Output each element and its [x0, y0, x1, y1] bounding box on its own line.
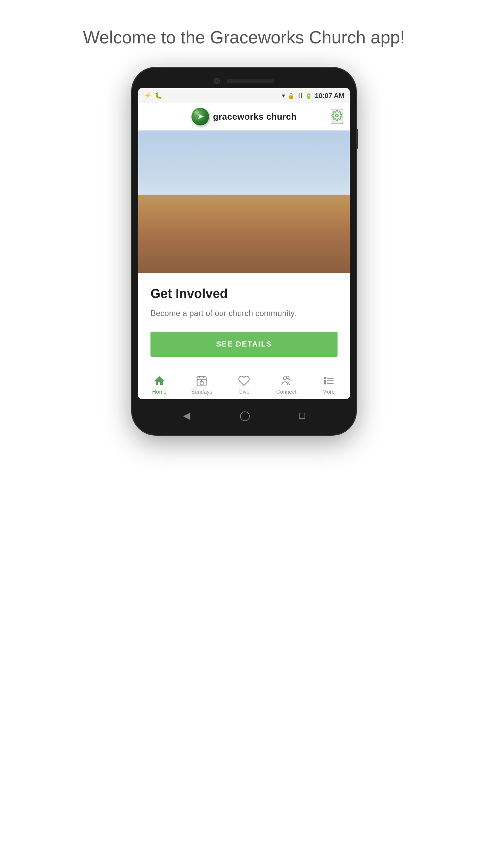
earpiece-speaker: [227, 79, 274, 83]
logo-container: ➤ graceworks church: [191, 108, 297, 125]
signal-icon: |||: [297, 93, 302, 99]
nav-label-more: More: [322, 389, 334, 395]
phone-hardware-buttons: ◀ ◯ □: [138, 403, 350, 425]
nav-item-home[interactable]: Home: [138, 369, 181, 399]
status-right-icons: ▾ 🔒 ||| 🔋 10:07 AM: [282, 92, 344, 100]
svg-point-18: [287, 376, 289, 379]
svg-point-17: [283, 377, 286, 380]
volume-button: [356, 129, 358, 149]
svg-point-0: [336, 114, 338, 117]
more-icon: [323, 375, 335, 387]
app-logo-sphere: ➤: [191, 108, 209, 125]
card-description: Become a part of our church community.: [150, 307, 338, 319]
svg-point-23: [324, 382, 326, 384]
logo-arrow-icon: ➤: [197, 112, 203, 121]
lock-icon: 🔒: [288, 93, 294, 99]
nav-label-give: Give: [239, 389, 250, 395]
see-details-button[interactable]: SEE DETAILS: [150, 332, 338, 357]
home-icon: [153, 375, 165, 387]
home-button[interactable]: ◯: [240, 410, 250, 421]
warm-background: [138, 195, 350, 273]
back-button[interactable]: ◀: [183, 410, 190, 421]
usb-icon: ⚡: [144, 92, 151, 99]
debug-icon: 🐛: [155, 92, 162, 99]
nav-label-home: Home: [152, 389, 167, 395]
status-bar: ⚡ 🐛 ▾ 🔒 ||| 🔋 10:07 AM: [138, 88, 350, 103]
front-camera: [214, 78, 220, 84]
phone-top: [138, 78, 350, 84]
battery-icon: 🔋: [305, 93, 312, 99]
svg-point-19: [324, 377, 326, 379]
wifi-icon: ▾: [282, 92, 285, 99]
settings-button[interactable]: [331, 110, 343, 124]
give-icon: [238, 375, 250, 387]
nav-label-sundays: Sundays: [191, 389, 212, 395]
nav-item-more[interactable]: More: [307, 369, 350, 399]
nav-item-connect[interactable]: Connect: [265, 369, 307, 399]
svg-rect-15: [200, 381, 203, 385]
bottom-navigation: Home Sundays Giv: [138, 369, 350, 399]
phone-screen: ⚡ 🐛 ▾ 🔒 ||| 🔋 10:07 AM ➤ graceworks chur…: [138, 88, 350, 399]
nav-label-connect: Connect: [276, 389, 297, 395]
card-title: Get Involved: [150, 287, 338, 301]
app-header: ➤ graceworks church: [138, 103, 350, 131]
sundays-icon: [196, 375, 208, 387]
hero-image: [138, 131, 350, 273]
nav-item-give[interactable]: Give: [223, 369, 265, 399]
welcome-text: Welcome to the Graceworks Church app!: [83, 27, 405, 47]
svg-point-21: [324, 380, 326, 382]
card-section: Get Involved Become a part of our church…: [138, 273, 350, 369]
status-left-icons: ⚡ 🐛: [144, 92, 162, 99]
gear-icon: [331, 110, 342, 121]
status-time: 10:07 AM: [315, 92, 344, 100]
nav-item-sundays[interactable]: Sundays: [181, 369, 223, 399]
connect-icon: [280, 375, 292, 387]
app-name: graceworks church: [213, 112, 297, 122]
phone-shell: ⚡ 🐛 ▾ 🔒 ||| 🔋 10:07 AM ➤ graceworks chur…: [132, 68, 356, 435]
hero-people-scene: [138, 131, 350, 273]
recents-button[interactable]: □: [299, 410, 305, 421]
